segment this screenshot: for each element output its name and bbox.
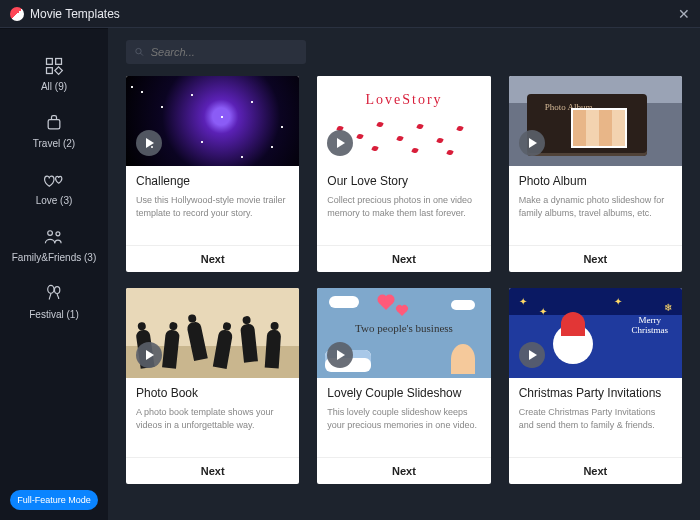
sidebar: All (9) Travel (2) Love (3) Family&Frien… [0, 28, 108, 520]
svg-rect-4 [48, 120, 60, 129]
sidebar-item-label: Festival (1) [29, 309, 78, 320]
template-thumb [126, 288, 299, 378]
template-desc: Use this Hollywood-style movie trailer t… [136, 194, 289, 220]
template-card-challenge: Challenge Use this Hollywood-style movie… [126, 76, 299, 272]
main-area: Challenge Use this Hollywood-style movie… [108, 28, 700, 520]
template-title: Challenge [136, 174, 289, 188]
next-button[interactable]: Next [126, 245, 299, 272]
template-desc: This lovely couple slideshow keeps your … [327, 406, 480, 432]
search-box[interactable] [126, 40, 306, 64]
sidebar-item-family[interactable]: Family&Friends (3) [0, 216, 108, 273]
template-title: Lovely Couple Slideshow [327, 386, 480, 400]
svg-rect-2 [47, 68, 53, 74]
sidebar-item-love[interactable]: Love (3) [0, 159, 108, 216]
svg-point-6 [56, 232, 60, 236]
grid-icon [43, 55, 65, 77]
people-icon [43, 226, 65, 248]
next-button[interactable]: Next [317, 245, 490, 272]
template-thumb [126, 76, 299, 166]
hearts-icon [43, 169, 65, 191]
next-button[interactable]: Next [126, 457, 299, 484]
play-icon[interactable] [136, 342, 162, 368]
template-thumb: Photo Album [509, 76, 682, 166]
play-icon[interactable] [519, 130, 545, 156]
search-input[interactable] [151, 46, 298, 58]
thumb-caption: Two people's business [317, 322, 490, 334]
sidebar-item-travel[interactable]: Travel (2) [0, 102, 108, 159]
play-icon[interactable] [136, 130, 162, 156]
sidebar-item-label: Love (3) [36, 195, 73, 206]
svg-point-5 [48, 231, 53, 236]
svg-line-10 [141, 53, 143, 55]
close-icon[interactable]: ✕ [678, 6, 690, 22]
template-title: Christmas Party Invitations [519, 386, 672, 400]
template-title: Photo Album [519, 174, 672, 188]
search-icon [134, 46, 145, 58]
template-card-photo-book: Photo Book A photo book template shows y… [126, 288, 299, 484]
template-title: Photo Book [136, 386, 289, 400]
template-grid: Challenge Use this Hollywood-style movie… [126, 76, 682, 484]
svg-point-7 [48, 285, 54, 293]
titlebar: Movie Templates ✕ [0, 0, 700, 28]
full-feature-mode-button[interactable]: Full-Feature Mode [10, 490, 98, 510]
template-title: Our Love Story [327, 174, 480, 188]
next-button[interactable]: Next [509, 457, 682, 484]
template-desc: Make a dynamic photo slideshow for famil… [519, 194, 672, 220]
sidebar-item-label: All (9) [41, 81, 67, 92]
play-icon[interactable] [327, 130, 353, 156]
suitcase-icon [43, 112, 65, 134]
svg-point-9 [136, 48, 141, 53]
template-card-lovely-couple: Two people's business Lovely Couple Slid… [317, 288, 490, 484]
app-logo-icon [10, 7, 24, 21]
svg-marker-3 [55, 67, 63, 75]
template-card-photo-album: Photo Album Photo Album Make a dynamic p… [509, 76, 682, 272]
template-card-love-story: LoveStory Our Love Story Collect preciou… [317, 76, 490, 272]
window-title: Movie Templates [30, 7, 120, 21]
thumb-caption: LoveStory [317, 92, 490, 108]
template-thumb: LoveStory [317, 76, 490, 166]
balloons-icon [43, 283, 65, 305]
template-thumb: ✦✦ ✦❄ Merry Christmas [509, 288, 682, 378]
next-button[interactable]: Next [509, 245, 682, 272]
template-desc: Collect precious photos in one video mem… [327, 194, 480, 220]
svg-rect-1 [56, 59, 62, 65]
play-icon[interactable] [519, 342, 545, 368]
sidebar-item-festival[interactable]: Festival (1) [0, 273, 108, 330]
svg-point-8 [54, 287, 59, 294]
template-card-xmas: ✦✦ ✦❄ Merry Christmas Christmas Party In… [509, 288, 682, 484]
template-thumb: Two people's business [317, 288, 490, 378]
sidebar-item-label: Travel (2) [33, 138, 75, 149]
thumb-caption: Merry Christmas [631, 316, 668, 336]
sidebar-item-label: Family&Friends (3) [12, 252, 96, 263]
template-desc: Create Christmas Party Invitations and s… [519, 406, 672, 432]
sidebar-item-all[interactable]: All (9) [0, 45, 108, 102]
template-desc: A photo book template shows your videos … [136, 406, 289, 432]
svg-rect-0 [47, 59, 53, 65]
next-button[interactable]: Next [317, 457, 490, 484]
